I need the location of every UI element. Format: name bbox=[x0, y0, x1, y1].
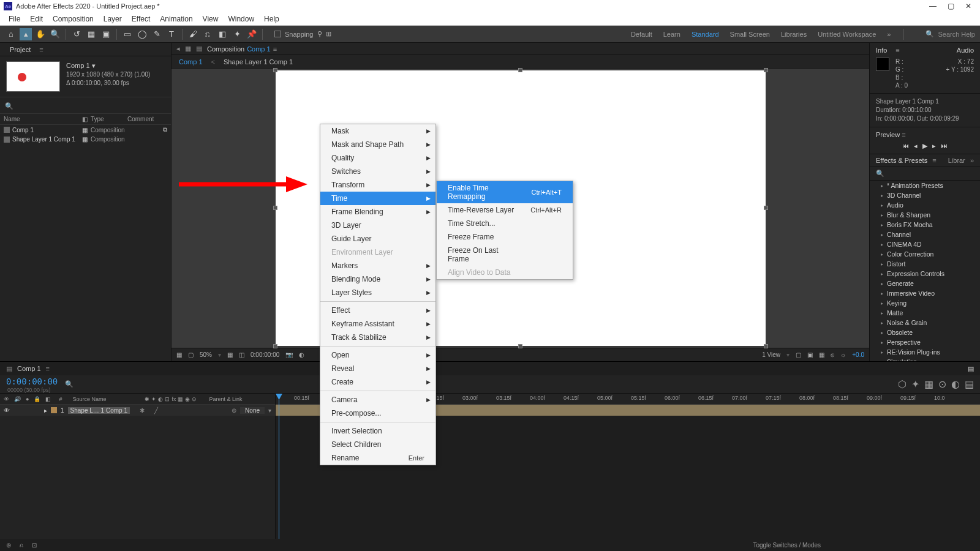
tl-opt-icon[interactable]: ▤ bbox=[965, 378, 974, 390]
transform-handle[interactable] bbox=[273, 206, 277, 210]
effect-category[interactable]: Distort bbox=[870, 259, 980, 269]
current-time[interactable]: 0:00:00:00 bbox=[6, 377, 58, 386]
view-opt-icon[interactable]: ⎋ bbox=[831, 351, 834, 358]
project-tab[interactable]: Project bbox=[5, 45, 36, 54]
ellipse-tool[interactable]: ◯ bbox=[136, 28, 148, 40]
menu-file[interactable]: File bbox=[4, 15, 25, 23]
project-search-input[interactable]: 🔍 bbox=[5, 102, 13, 110]
pan-behind-tool[interactable]: ▣ bbox=[100, 28, 112, 40]
tl-footer-icon[interactable]: ⎌ bbox=[20, 542, 23, 549]
effect-category[interactable]: Audio bbox=[870, 200, 980, 210]
workspace-overflow-icon[interactable]: » bbox=[887, 31, 891, 38]
menu-view[interactable]: View bbox=[198, 15, 224, 23]
effects-presets-tab[interactable]: Effects & Presets bbox=[876, 157, 927, 164]
comp-thumbnail[interactable] bbox=[6, 61, 60, 92]
tl-opt-icon[interactable]: ◐ bbox=[951, 378, 960, 390]
context-menu-item[interactable]: Select Children bbox=[320, 438, 435, 451]
layer-name[interactable]: Shape L… 1 Comp 1 bbox=[68, 407, 130, 414]
pickwhip-icon[interactable]: ⊚ bbox=[232, 407, 236, 414]
workspace-small-screen[interactable]: Small Screen bbox=[730, 31, 770, 38]
parent-dropdown[interactable]: None bbox=[240, 407, 265, 414]
effect-category[interactable]: Boris FX Mocha bbox=[870, 220, 980, 230]
transform-handle[interactable] bbox=[764, 68, 768, 72]
overflow-icon[interactable]: » bbox=[970, 157, 974, 164]
snapshot-icon[interactable]: 📷 bbox=[285, 351, 293, 358]
effect-category[interactable]: Immersive Video bbox=[870, 288, 980, 298]
comp-tab-name[interactable]: Comp 1 bbox=[247, 45, 271, 53]
search-help-input[interactable]: Search Help bbox=[938, 31, 975, 38]
prev-frame-button[interactable]: ◂ bbox=[914, 142, 918, 150]
shy-switch[interactable]: ✱ bbox=[140, 407, 145, 414]
effect-category[interactable]: RE:Vision Plug-ins bbox=[870, 347, 980, 357]
context-menu-item[interactable]: Open▶ bbox=[320, 348, 435, 362]
context-menu-item[interactable]: Keyframe Assistant▶ bbox=[320, 317, 435, 331]
pen-tool[interactable]: ✎ bbox=[151, 28, 163, 40]
brush-tool[interactable]: 🖌 bbox=[187, 28, 199, 40]
mask-icon[interactable]: ◫ bbox=[239, 351, 244, 358]
info-menu-icon[interactable]: ≡ bbox=[895, 47, 899, 54]
tl-opt-icon[interactable]: ⬡ bbox=[898, 378, 907, 390]
puppet-tool[interactable]: 📌 bbox=[246, 28, 258, 40]
menu-window[interactable]: Window bbox=[223, 15, 259, 23]
timeline-comp-tab[interactable]: Comp 1 bbox=[17, 365, 41, 372]
context-menu-item[interactable]: Layer Styles▶ bbox=[320, 286, 435, 299]
context-menu-item[interactable]: Effect▶ bbox=[320, 304, 435, 317]
effect-category[interactable]: Generate bbox=[870, 279, 980, 288]
col-name[interactable]: Name bbox=[4, 116, 82, 122]
effect-category[interactable]: Noise & Grain bbox=[870, 318, 980, 328]
context-menu-item[interactable]: Camera▶ bbox=[320, 393, 435, 407]
channel-icon[interactable]: ◐ bbox=[299, 351, 304, 358]
libraries-tab-truncated[interactable]: Librar bbox=[948, 157, 965, 164]
view-opt-icon[interactable]: ▦ bbox=[819, 351, 824, 358]
tl-footer-icon[interactable]: ⊚ bbox=[6, 542, 11, 549]
roto-tool[interactable]: ✦ bbox=[231, 28, 243, 40]
exposure-icon[interactable]: ☼ bbox=[840, 351, 846, 358]
effect-category[interactable]: Keying bbox=[870, 298, 980, 308]
last-frame-button[interactable]: ⏭ bbox=[941, 142, 948, 150]
magnification-icon[interactable]: ▦ bbox=[176, 351, 182, 358]
transform-handle[interactable] bbox=[764, 344, 768, 348]
eye-toggle[interactable]: 👁 bbox=[4, 407, 10, 414]
tl-opt-icon[interactable]: ✦ bbox=[911, 378, 919, 390]
timeline-graph-icon[interactable]: ▤ bbox=[968, 365, 974, 373]
context-menu-item[interactable]: Markers▶ bbox=[320, 259, 435, 272]
transform-handle[interactable] bbox=[273, 344, 277, 348]
first-frame-button[interactable]: ⏮ bbox=[902, 142, 909, 150]
quality-switch[interactable]: ╱ bbox=[154, 407, 158, 414]
context-menu-item[interactable]: Track & Stabilize▶ bbox=[320, 331, 435, 344]
menu-edit[interactable]: Edit bbox=[25, 15, 48, 23]
project-item[interactable]: Shape Layer 1 Comp 1 ▦ Composition bbox=[0, 135, 171, 144]
context-submenu-item[interactable]: Time-Reverse LayerCtrl+Alt+R bbox=[437, 203, 573, 217]
workspace-untitled[interactable]: Untitled Workspace bbox=[818, 31, 876, 38]
effect-category[interactable]: 3D Channel bbox=[870, 190, 980, 200]
preview-tab[interactable]: Preview bbox=[876, 131, 900, 138]
clone-tool[interactable]: ⎌ bbox=[202, 28, 214, 40]
tl-opt-icon[interactable]: ▦ bbox=[924, 378, 933, 390]
context-menu-item[interactable]: RenameEnter bbox=[320, 451, 435, 465]
context-menu-item[interactable]: Reveal▶ bbox=[320, 362, 435, 375]
rect-tool[interactable]: ▭ bbox=[121, 28, 134, 40]
view-dropdown[interactable]: 1 View bbox=[762, 351, 780, 358]
timeline-layer-row[interactable]: 👁 ▸ 1 Shape L… 1 Comp 1 ✱ ╱ ⊚ None ▾ bbox=[0, 405, 275, 416]
effect-category[interactable]: Matte bbox=[870, 308, 980, 318]
context-submenu-item[interactable]: Time Stretch... bbox=[437, 217, 573, 230]
comp-panel-menu-icon[interactable]: ≡ bbox=[273, 45, 277, 53]
effect-category[interactable]: Expression Controls bbox=[870, 269, 980, 279]
transform-handle[interactable] bbox=[273, 68, 277, 72]
type-tool[interactable]: T bbox=[165, 28, 178, 40]
render-queue-icon[interactable]: ▤ bbox=[6, 365, 12, 373]
view-opt-icon[interactable]: ▢ bbox=[796, 351, 801, 358]
effects-menu-icon[interactable]: ≡ bbox=[932, 157, 936, 164]
context-menu-item[interactable]: Frame Blending▶ bbox=[320, 205, 435, 219]
snap-grid-icon[interactable]: ⊞ bbox=[326, 30, 331, 38]
close-button[interactable]: ✕ bbox=[965, 2, 971, 10]
effect-category[interactable]: Channel bbox=[870, 230, 980, 239]
menu-help[interactable]: Help bbox=[259, 15, 284, 23]
col-type[interactable]: Type bbox=[91, 116, 127, 122]
effect-category[interactable]: Perspective bbox=[870, 337, 980, 347]
label-color-icon[interactable] bbox=[4, 137, 10, 143]
effect-category[interactable]: CINEMA 4D bbox=[870, 239, 980, 249]
selection-tool[interactable]: ▴ bbox=[20, 28, 32, 40]
menu-effect[interactable]: Effect bbox=[127, 15, 155, 23]
context-menu-item[interactable]: Mask and Shape Path▶ bbox=[320, 138, 435, 151]
